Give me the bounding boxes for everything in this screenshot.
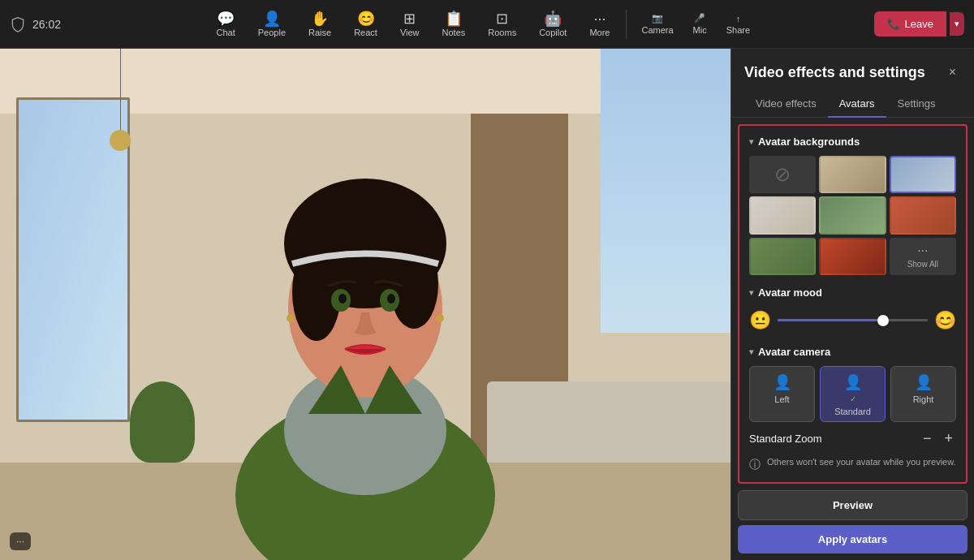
- apply-avatars-button[interactable]: Apply avatars: [738, 525, 968, 554]
- no-bg-icon: ⊘: [774, 163, 791, 186]
- right-panel: Video effects and settings × Video effec…: [730, 49, 974, 560]
- timer: 26:02: [32, 18, 61, 31]
- camera-icon: 📷: [652, 13, 663, 24]
- notes-icon: 📋: [445, 11, 463, 26]
- camera-left-label: Left: [774, 394, 789, 404]
- backgrounds-section-header[interactable]: ▾ Avatar backgrounds: [749, 136, 956, 148]
- zoom-plus-button[interactable]: +: [941, 430, 956, 447]
- close-panel-button[interactable]: ×: [944, 63, 961, 81]
- share-button[interactable]: ↑ Share: [718, 11, 758, 38]
- camera-check-icon: ✓: [850, 394, 856, 403]
- topbar: 26:02 💬 Chat 👤 People ✋ Raise 😊 React ⊞ …: [0, 0, 974, 49]
- mood-slider-thumb[interactable]: [877, 315, 889, 326]
- share-label: Share: [726, 25, 750, 35]
- zoom-row: Standard Zoom − +: [749, 430, 956, 447]
- nav-notes[interactable]: 📋 Notes: [433, 8, 476, 41]
- camera-right-option[interactable]: 👤 Right: [890, 366, 956, 422]
- view-icon: ⊞: [403, 11, 416, 26]
- camera-label: Avatar camera: [758, 346, 830, 358]
- mood-slider-container: [778, 312, 928, 329]
- mood-slider-track: [778, 319, 928, 321]
- camera-left-option[interactable]: 👤 Left: [749, 366, 815, 422]
- panel-footer: Preview Apply avatars: [731, 490, 974, 560]
- phone-icon: 📞: [887, 18, 900, 30]
- rooms-icon: ⊡: [496, 11, 508, 26]
- bg-option-3[interactable]: [749, 196, 816, 234]
- nav-react[interactable]: 😊 React: [344, 8, 387, 41]
- mood-slider-fill: [778, 319, 883, 321]
- video-area: ···: [0, 49, 730, 560]
- camera-options: 👤 Left 👤 ✓ Standard 👤 Right: [749, 366, 956, 422]
- tab-avatars[interactable]: Avatars: [828, 91, 886, 118]
- more-overlay-button[interactable]: ···: [10, 532, 31, 550]
- camera-arrow: ▾: [749, 347, 753, 356]
- pendant-light: [110, 49, 131, 179]
- backgrounds-label: Avatar backgrounds: [758, 136, 860, 148]
- preview-button[interactable]: Preview: [738, 490, 968, 520]
- topbar-right: 📞 Leave ▾: [874, 11, 964, 37]
- bg-option-2[interactable]: [890, 156, 956, 193]
- camera-right-icon: 👤: [915, 373, 933, 391]
- info-icon: ⓘ: [749, 458, 761, 472]
- show-all-dots-icon: ···: [917, 243, 928, 258]
- leave-chevron-button[interactable]: ▾: [950, 12, 964, 36]
- main-content: ··· Video effects and settings × Video e…: [0, 49, 974, 560]
- svg-point-9: [338, 294, 347, 304]
- camera-standard-label: Standard: [834, 407, 871, 416]
- nav-rooms[interactable]: ⊡ Rooms: [478, 8, 526, 41]
- show-all-label: Show All: [907, 260, 938, 269]
- plant: [130, 381, 195, 463]
- nav-view[interactable]: ⊞ View: [390, 8, 429, 41]
- nav-chat[interactable]: 💬 Chat: [207, 8, 245, 41]
- camera-right-label: Right: [913, 394, 934, 404]
- bg-option-4[interactable]: [819, 196, 886, 234]
- camera-button[interactable]: 📷 Camera: [633, 10, 681, 38]
- mood-label: Avatar mood: [758, 286, 822, 299]
- info-text: Others won't see your avatar while you p…: [767, 457, 956, 467]
- camera-standard-icon: 👤: [844, 373, 862, 391]
- svg-point-12: [436, 314, 444, 322]
- camera-section-header[interactable]: ▾ Avatar camera: [749, 346, 956, 358]
- nav-more[interactable]: ··· More: [580, 8, 619, 41]
- bg-none-option[interactable]: ⊘: [749, 156, 816, 193]
- backgrounds-grid: ⊘ ··· Show All: [749, 156, 956, 275]
- bg-option-5[interactable]: [890, 196, 956, 234]
- camera-standard-option[interactable]: 👤 ✓ Standard: [820, 366, 886, 422]
- tab-video-effects[interactable]: Video effects: [744, 91, 828, 118]
- svg-point-10: [387, 294, 395, 304]
- nav-rooms-label: Rooms: [488, 28, 516, 37]
- show-all-button[interactable]: ··· Show All: [890, 238, 956, 275]
- panel-header: Video effects and settings ×: [731, 49, 974, 91]
- bg-option-7[interactable]: [819, 238, 886, 275]
- zoom-minus-button[interactable]: −: [920, 430, 935, 447]
- camera-left-icon: 👤: [774, 373, 791, 391]
- bg-option-6[interactable]: [749, 238, 816, 275]
- mic-button[interactable]: 🎤 Mic: [685, 10, 715, 38]
- topbar-nav: 💬 Chat 👤 People ✋ Raise 😊 React ⊞ View 📋…: [91, 8, 874, 41]
- tab-settings[interactable]: Settings: [886, 91, 947, 118]
- nav-raise-label: Raise: [308, 28, 331, 37]
- mood-section-header[interactable]: ▾ Avatar mood: [749, 286, 956, 299]
- nav-raise[interactable]: ✋ Raise: [299, 8, 341, 41]
- leave-button[interactable]: 📞 Leave: [874, 11, 946, 37]
- mic-icon: 🎤: [694, 13, 705, 24]
- panel-title: Video effects and settings: [744, 64, 925, 81]
- more-icon: ···: [593, 11, 606, 26]
- nav-more-label: More: [589, 28, 610, 37]
- nav-copilot-label: Copilot: [539, 28, 567, 37]
- mood-slider-row: 😐 😊: [749, 307, 956, 334]
- topbar-left: 26:02: [10, 16, 91, 32]
- info-row: ⓘ Others won't see your avatar while you…: [749, 457, 956, 472]
- nav-people-label: People: [258, 28, 286, 37]
- zoom-controls: − +: [920, 430, 956, 447]
- bg-option-1[interactable]: [819, 156, 886, 193]
- copilot-icon: 🤖: [544, 11, 562, 26]
- camera-label: Camera: [641, 25, 673, 35]
- nav-copilot[interactable]: 🤖 Copilot: [529, 8, 576, 41]
- backgrounds-arrow: ▾: [749, 137, 753, 146]
- happy-face-icon: 😊: [934, 310, 956, 331]
- nav-people[interactable]: 👤 People: [248, 8, 295, 41]
- nav-react-label: React: [354, 28, 377, 37]
- nav-view-label: View: [400, 28, 420, 37]
- mood-arrow: ▾: [749, 288, 753, 297]
